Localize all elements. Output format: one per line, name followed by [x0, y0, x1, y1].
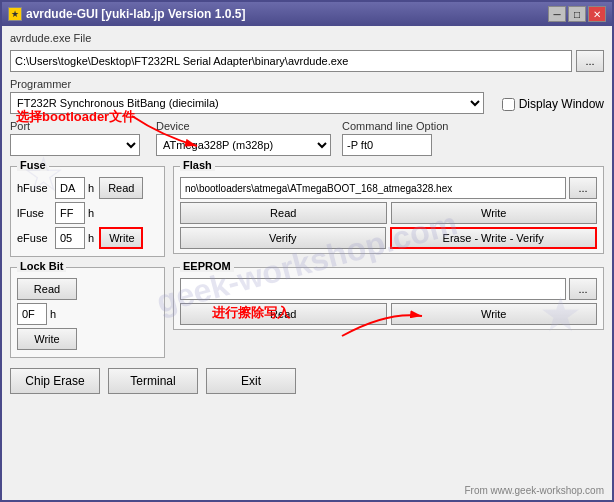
cmdline-label: Command line Option	[342, 120, 604, 132]
window-controls: ─ □ ✕	[548, 6, 606, 22]
lockbit-input[interactable]	[17, 303, 47, 325]
hfuse-row: hFuse h Read	[17, 177, 158, 199]
eeprom-browse-button[interactable]: ...	[569, 278, 597, 300]
programmer-col: Programmer FT232R Synchronous BitBang (d…	[10, 78, 492, 114]
lockbit-eeprom-row: Lock Bit Read h Write EEPROM	[10, 267, 604, 358]
flash-read-write-row: Read Write	[180, 202, 597, 224]
lockbit-section: Lock Bit Read h Write	[10, 267, 165, 358]
programmer-label: Programmer	[10, 78, 492, 90]
lockbit-read-row: Read	[17, 278, 158, 300]
lfuse-row: lFuse h	[17, 202, 158, 224]
eeprom-section-title: EEPROM	[180, 260, 234, 272]
display-window-label: Display Window	[519, 97, 604, 111]
eeprom-read-button[interactable]: Read	[180, 303, 387, 325]
lockbit-h: h	[50, 308, 56, 320]
close-button[interactable]: ✕	[588, 6, 606, 22]
maximize-button[interactable]: □	[568, 6, 586, 22]
cmdline-input[interactable]	[342, 134, 432, 156]
hfuse-read-button[interactable]: Read	[99, 177, 143, 199]
avrdude-label: avrdude.exe File	[10, 32, 604, 44]
lfuse-label: lFuse	[17, 207, 52, 219]
port-col: Port	[10, 120, 150, 156]
flash-read-button[interactable]: Read	[180, 202, 387, 224]
programmer-select[interactable]: FT232R Synchronous BitBang (diecimila)	[10, 92, 484, 114]
app-icon: ★	[8, 7, 22, 21]
main-window: ★ avrdude-GUI [yuki-lab.jp Version 1.0.5…	[0, 0, 614, 502]
window-title: avrdude-GUI [yuki-lab.jp Version 1.0.5]	[26, 7, 245, 21]
flash-browse-button[interactable]: ...	[569, 177, 597, 199]
cmdline-col: Command line Option	[342, 120, 604, 156]
device-select[interactable]: ATmega328P (m328p)	[156, 134, 331, 156]
efuse-h: h	[88, 232, 94, 244]
flash-section: Flash ... Read Write Verify Erase - Writ…	[173, 166, 604, 254]
flash-write-button[interactable]: Write	[391, 202, 598, 224]
efuse-row: eFuse h Write	[17, 227, 158, 249]
from-label: From www.geek-workshop.com	[465, 485, 604, 496]
fuse-section: Fuse hFuse h Read lFuse h eFuse h	[10, 166, 165, 257]
port-select[interactable]	[10, 134, 140, 156]
title-bar-left: ★ avrdude-GUI [yuki-lab.jp Version 1.0.5…	[8, 7, 245, 21]
avrdude-path-input[interactable]	[10, 50, 572, 72]
display-window-row: Display Window	[502, 97, 604, 111]
hfuse-label: hFuse	[17, 182, 52, 194]
efuse-input[interactable]	[55, 227, 85, 249]
eeprom-read-write-row: Read Write	[180, 303, 597, 325]
bottom-row: Chip Erase Terminal Exit	[10, 368, 604, 394]
chip-erase-button[interactable]: Chip Erase	[10, 368, 100, 394]
exit-button[interactable]: Exit	[206, 368, 296, 394]
minimize-button[interactable]: ─	[548, 6, 566, 22]
flash-erase-write-button[interactable]: Erase - Write - Verify	[390, 227, 598, 249]
fuse-section-title: Fuse	[17, 159, 49, 171]
port-device-cmdline-row: Port Device ATmega328P (m328p) Command l…	[10, 120, 604, 156]
hfuse-input[interactable]	[55, 177, 85, 199]
avrdude-browse-button[interactable]: ...	[576, 50, 604, 72]
flash-verify-erase-row: Verify Erase - Write - Verify	[180, 227, 597, 249]
avrdude-row: ...	[10, 50, 604, 72]
flash-section-title: Flash	[180, 159, 215, 171]
flash-file-row: ...	[180, 177, 597, 199]
efuse-label: eFuse	[17, 232, 52, 244]
lockbit-write-row: Write	[17, 328, 158, 350]
display-window-checkbox[interactable]	[502, 98, 515, 111]
lockbit-section-title: Lock Bit	[17, 260, 66, 272]
flash-file-input[interactable]	[180, 177, 566, 199]
main-content: geek-workshop.com ☆ ★ 选择bootloader文件 进行擦…	[2, 26, 612, 500]
flash-verify-button[interactable]: Verify	[180, 227, 386, 249]
port-label: Port	[10, 120, 150, 132]
terminal-button[interactable]: Terminal	[108, 368, 198, 394]
title-bar: ★ avrdude-GUI [yuki-lab.jp Version 1.0.5…	[2, 2, 612, 26]
eeprom-file-input[interactable]	[180, 278, 566, 300]
bottom-buttons: Chip Erase Terminal Exit	[10, 368, 296, 394]
eeprom-file-row: ...	[180, 278, 597, 300]
efuse-write-button write-btn-highlight[interactable]: Write	[99, 227, 143, 249]
lockbit-read-button[interactable]: Read	[17, 278, 77, 300]
lfuse-input[interactable]	[55, 202, 85, 224]
hfuse-h: h	[88, 182, 94, 194]
device-label: Device	[156, 120, 336, 132]
lockbit-value-row: h	[17, 303, 158, 325]
lfuse-h: h	[88, 207, 94, 219]
device-col: Device ATmega328P (m328p)	[156, 120, 336, 156]
programmer-row: Programmer FT232R Synchronous BitBang (d…	[10, 78, 604, 114]
lockbit-write-button[interactable]: Write	[17, 328, 77, 350]
programmer-select-row: FT232R Synchronous BitBang (diecimila)	[10, 92, 492, 114]
eeprom-write-button[interactable]: Write	[391, 303, 598, 325]
fuse-flash-row: Fuse hFuse h Read lFuse h eFuse h	[10, 166, 604, 257]
eeprom-section: EEPROM ... Read Write	[173, 267, 604, 330]
